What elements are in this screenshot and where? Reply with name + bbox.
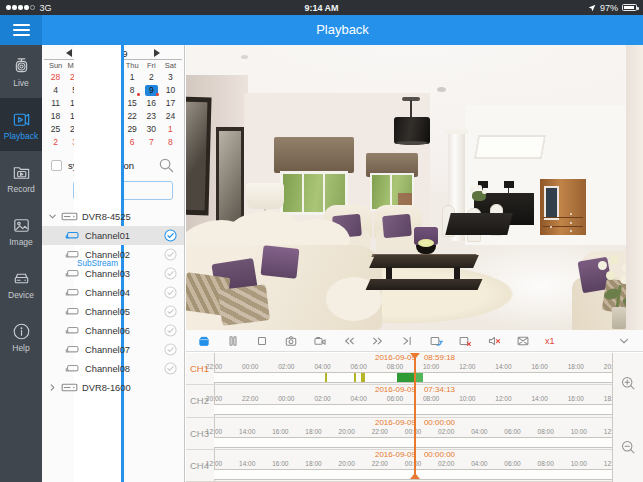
tree-device-DVR8-4525[interactable]: DVR8-4525 xyxy=(42,207,184,226)
stop-icon[interactable] xyxy=(255,334,269,348)
tick-label: 06:00 xyxy=(504,460,520,467)
calendar-day[interactable]: 7 xyxy=(142,136,161,149)
calendar-day[interactable]: 15 xyxy=(123,97,142,110)
playback-speed-label[interactable]: x1 xyxy=(545,336,555,346)
frame-step-icon[interactable] xyxy=(400,334,414,348)
calendar-day[interactable]: 8 xyxy=(123,84,142,97)
check-icon-checked[interactable] xyxy=(164,229,177,242)
calendar-day[interactable]: 24 xyxy=(161,110,180,123)
sidebar-item-device[interactable]: Device xyxy=(0,257,42,310)
tree-channel-Channel06[interactable]: Channel06 xyxy=(42,321,184,340)
playback-cursor[interactable] xyxy=(414,353,416,478)
sidebar-item-help[interactable]: Help xyxy=(0,310,42,363)
check-icon[interactable] xyxy=(164,267,177,280)
tick-label: 10:00 xyxy=(423,363,439,370)
tree-channel-Channel03[interactable]: Channel03 xyxy=(42,264,184,283)
timeline-track[interactable] xyxy=(214,404,612,415)
calendar-day-number: 2 xyxy=(145,72,158,83)
tree-channel-Channel04[interactable]: Channel04 xyxy=(42,283,184,302)
next-month-icon[interactable] xyxy=(154,49,160,57)
rewind-icon[interactable] xyxy=(342,334,356,348)
tick-label: 08:00 xyxy=(538,428,554,435)
calendar-day[interactable]: 23 xyxy=(142,110,161,123)
calendar-day[interactable]: 2 xyxy=(142,71,161,84)
fast-forward-icon[interactable] xyxy=(371,334,385,348)
calendar-day[interactable]: 29 xyxy=(123,123,142,136)
video-viewport[interactable] xyxy=(186,45,643,330)
zoom-out-icon[interactable] xyxy=(620,439,637,456)
tree-channel-Channel05[interactable]: Channel05 xyxy=(42,302,184,321)
calendar-day[interactable]: 16 xyxy=(142,97,161,110)
calendar-day[interactable]: 17 xyxy=(161,97,180,110)
stream-option-substream[interactable]: SubStream xyxy=(74,181,121,200)
calendar-day[interactable]: 22 xyxy=(123,110,142,123)
camera-icon xyxy=(65,306,80,317)
clip-open-icon[interactable] xyxy=(197,334,211,348)
calendar-day[interactable]: 8 xyxy=(161,136,180,149)
sidebar-item-record[interactable]: Record xyxy=(0,151,42,204)
chevron-down-icon[interactable] xyxy=(48,212,57,221)
timeline-track[interactable] xyxy=(214,437,612,448)
tree-channel-Channel01[interactable]: Channel01 xyxy=(42,226,184,245)
calendar-day[interactable]: 10 xyxy=(161,84,180,97)
tick-label: 20:00 xyxy=(206,395,222,402)
prev-month-icon[interactable] xyxy=(66,49,72,57)
calendar-day[interactable]: 2 xyxy=(46,136,65,149)
chevron-right-icon[interactable] xyxy=(48,383,57,392)
tree-channel-Channel02[interactable]: Channel02 xyxy=(42,245,184,264)
calendar-day[interactable]: 28 xyxy=(46,71,65,84)
timeline-track[interactable] xyxy=(214,372,612,383)
sidebar-item-image[interactable]: Image xyxy=(0,204,42,257)
recording-dot xyxy=(156,93,159,96)
calendar-day[interactable]: 3 xyxy=(161,71,180,84)
video-record-icon[interactable] xyxy=(313,334,327,348)
timestamp-time: 00:00:00 xyxy=(424,450,455,459)
tree-channel-Channel07[interactable]: Channel07 xyxy=(42,340,184,359)
search-icon[interactable] xyxy=(158,157,175,174)
tick-label: 20:00 xyxy=(339,428,355,435)
timeline-ticks: 12:0014:0016:0018:0020:0022:0000:0002:00… xyxy=(214,428,612,436)
calendar-day[interactable]: 30 xyxy=(142,123,161,136)
calendar-day[interactable]: 4 xyxy=(46,84,65,97)
snapshot-icon[interactable] xyxy=(284,334,298,348)
tree-device-label: DVR8-1600 xyxy=(82,383,131,393)
calendar-day[interactable]: 11 xyxy=(46,97,65,110)
zoom-in-icon[interactable] xyxy=(620,375,637,392)
check-icon[interactable] xyxy=(164,248,177,261)
calendar-day[interactable]: 18 xyxy=(46,110,65,123)
clip-cancel-icon[interactable] xyxy=(458,334,472,348)
sidebar-item-live[interactable]: Live xyxy=(0,45,42,98)
check-icon[interactable] xyxy=(164,343,177,356)
calendar-day[interactable]: 6 xyxy=(123,136,142,149)
calendar-day-number: 25 xyxy=(49,124,62,135)
fit-screen-icon[interactable] xyxy=(516,334,530,348)
pause-icon[interactable] xyxy=(226,334,240,348)
chevron-down-icon[interactable] xyxy=(617,334,631,348)
recording-segment xyxy=(361,373,365,382)
clip-start-icon[interactable] xyxy=(429,334,443,348)
calendar-day[interactable]: 9 xyxy=(142,84,161,97)
calendar-day[interactable]: 25 xyxy=(46,123,65,136)
calendar-day[interactable]: 1 xyxy=(161,123,180,136)
menu-button[interactable] xyxy=(0,15,42,45)
calendar-day-number: 28 xyxy=(49,72,62,83)
sidebar-item-playback[interactable]: Playback xyxy=(0,98,42,151)
check-icon[interactable] xyxy=(164,286,177,299)
wine-cabinet xyxy=(540,179,586,235)
sidebar-item-label: Help xyxy=(12,343,29,353)
check-icon[interactable] xyxy=(164,305,177,318)
calendar-day-number: 22 xyxy=(126,111,139,122)
calendar-day-number: 2 xyxy=(49,137,62,148)
calendar-day[interactable]: 1 xyxy=(123,71,142,84)
check-icon[interactable] xyxy=(164,362,177,375)
mute-icon[interactable] xyxy=(487,334,501,348)
tick-label: 06:00 xyxy=(351,363,367,370)
tree-channel-Channel08[interactable]: Channel08 xyxy=(42,359,184,378)
tree-device-DVR8-1600[interactable]: DVR8-1600 xyxy=(42,378,184,397)
tick-label: 14:00 xyxy=(239,460,255,467)
check-icon[interactable] xyxy=(164,324,177,337)
timeline-row-ch3: CH32016-09-0900:00:0012:0014:0016:0018:0… xyxy=(186,418,612,450)
picture-frame xyxy=(216,127,244,227)
timeline-row-ch4: CH42016-09-0900:00:0012:0014:0016:0018:0… xyxy=(186,450,612,482)
synchronization-checkbox[interactable] xyxy=(51,160,62,171)
